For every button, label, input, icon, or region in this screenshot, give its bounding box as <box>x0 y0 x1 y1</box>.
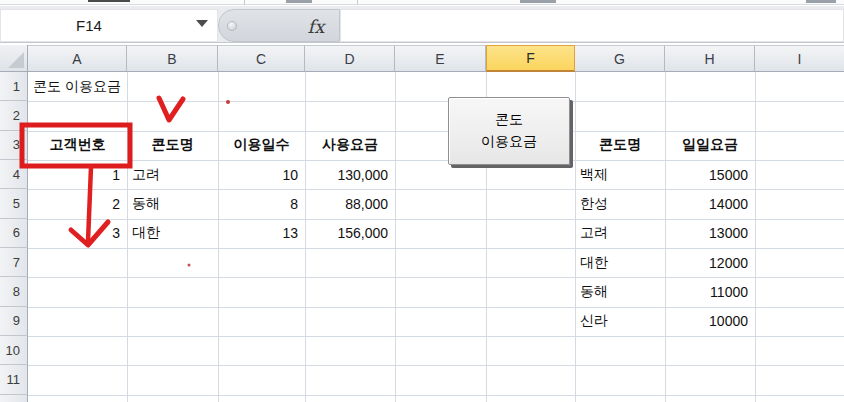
cell-H9[interactable]: 10000 <box>665 307 755 336</box>
row-header-1[interactable]: 1 <box>0 72 28 101</box>
cell-C4[interactable]: 10 <box>218 160 305 189</box>
formula-input[interactable] <box>340 9 844 42</box>
column-header-I[interactable]: I <box>755 45 844 72</box>
cell-A6[interactable]: 3 <box>28 219 127 248</box>
cell-A4[interactable]: 1 <box>28 160 127 189</box>
ribbon-separator <box>244 0 245 5</box>
cell-B3[interactable]: 콘도명 <box>127 131 218 160</box>
splitter-handle-icon[interactable] <box>227 21 237 31</box>
cell-G5[interactable]: 한성 <box>575 189 665 218</box>
cell-H3[interactable]: 일일요금 <box>665 131 755 160</box>
ribbon-separator <box>357 0 358 5</box>
row-header-11[interactable]: 11 <box>0 365 28 394</box>
select-all-triangle-icon <box>8 52 24 68</box>
row-header-3[interactable]: 3 <box>0 131 28 160</box>
row-header-7[interactable]: 7 <box>0 248 28 277</box>
condo-fee-macro-button[interactable]: 콘도 이용요금 <box>448 97 570 165</box>
column-header-C[interactable]: C <box>218 45 305 72</box>
cell-A1[interactable]: 콘도 이용요금 <box>28 72 268 101</box>
row-header-10[interactable]: 10 <box>0 336 28 365</box>
condo-button-label-line2: 이용요금 <box>481 131 537 153</box>
ribbon-fragment <box>286 0 312 3</box>
row-header-8[interactable]: 8 <box>0 277 28 306</box>
formula-bar-splitter: fx <box>218 9 340 42</box>
gridline <box>28 101 844 102</box>
cell-G8[interactable]: 동해 <box>575 277 665 306</box>
row-header-2[interactable]: 2 <box>0 101 28 130</box>
gridline <box>28 365 844 366</box>
cell-H4[interactable]: 15000 <box>665 160 755 189</box>
column-header-H[interactable]: H <box>665 45 755 72</box>
gridline <box>28 336 844 337</box>
cell-H7[interactable]: 12000 <box>665 248 755 277</box>
gridline <box>28 395 844 396</box>
ribbon-fragment <box>520 0 556 3</box>
name-box[interactable]: F14 <box>0 9 218 42</box>
formula-bar: F14 fx <box>0 6 844 43</box>
name-box-dropdown-icon[interactable] <box>196 20 208 27</box>
cell-A5[interactable]: 2 <box>28 189 127 218</box>
cell-H5[interactable]: 14000 <box>665 189 755 218</box>
cell-C6[interactable]: 13 <box>218 219 305 248</box>
cell-B5[interactable]: 동해 <box>127 189 218 218</box>
row-header-12-partial[interactable] <box>0 395 28 402</box>
column-header-D[interactable]: D <box>305 45 395 72</box>
excel-window: F14 fx ABCDEFGHI 1234567891011 콘도 이용요금고객… <box>0 0 844 402</box>
cell-G4[interactable]: 백제 <box>575 160 665 189</box>
gridline <box>395 72 396 402</box>
cell-C3[interactable]: 이용일수 <box>218 131 305 160</box>
cell-G6[interactable]: 고려 <box>575 219 665 248</box>
insert-function-button[interactable]: fx <box>299 12 333 40</box>
row-header-6[interactable]: 6 <box>0 219 28 248</box>
cell-D6[interactable]: 156,000 <box>305 219 395 248</box>
cell-H6[interactable]: 13000 <box>665 219 755 248</box>
sheet-grid: ABCDEFGHI 1234567891011 콘도 이용요금고객번호콘도명이용… <box>0 43 844 402</box>
cell-C5[interactable]: 8 <box>218 189 305 218</box>
column-header-A[interactable]: A <box>28 45 127 72</box>
cell-D5[interactable]: 88,000 <box>305 189 395 218</box>
column-header-F[interactable]: F <box>486 45 575 72</box>
column-header-B[interactable]: B <box>127 45 218 72</box>
cell-D3[interactable]: 사용요금 <box>305 131 395 160</box>
cell-B6[interactable]: 대한 <box>127 219 218 248</box>
cell-G7[interactable]: 대한 <box>575 248 665 277</box>
column-header-G[interactable]: G <box>575 45 665 72</box>
ribbon-fragment <box>806 0 836 3</box>
cell-G3[interactable]: 콘도명 <box>575 131 665 160</box>
cell-H8[interactable]: 11000 <box>665 277 755 306</box>
row-header-9[interactable]: 9 <box>0 307 28 336</box>
column-header-E[interactable]: E <box>395 45 486 72</box>
cell-G9[interactable]: 신라 <box>575 307 665 336</box>
gridline <box>755 72 756 402</box>
cell-A3[interactable]: 고객번호 <box>28 131 127 160</box>
condo-button-label-line1: 콘도 <box>495 109 523 131</box>
cell-D4[interactable]: 130,000 <box>305 160 395 189</box>
ribbon-fragment <box>88 0 130 2</box>
select-all-corner[interactable] <box>0 45 28 72</box>
row-header-5[interactable]: 5 <box>0 189 28 218</box>
ribbon-sliver <box>0 0 844 5</box>
row-header-4[interactable]: 4 <box>0 160 28 189</box>
cell-B4[interactable]: 고려 <box>127 160 218 189</box>
